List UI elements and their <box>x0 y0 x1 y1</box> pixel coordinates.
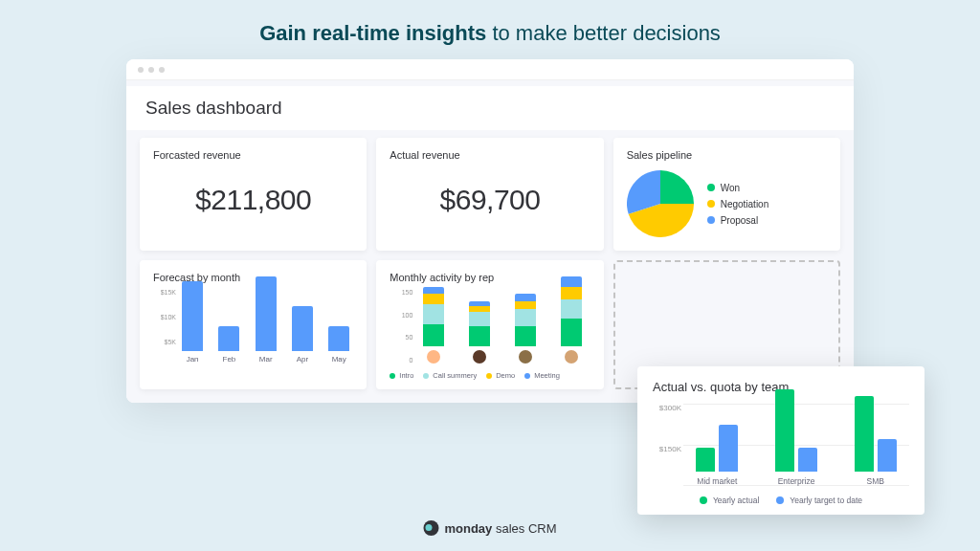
bar <box>775 389 794 472</box>
legend-dot-icon <box>524 373 530 379</box>
bar-column <box>460 301 499 364</box>
legend-item: Meeting <box>524 371 560 380</box>
bar-segment <box>515 294 536 301</box>
legend-dot-icon <box>707 200 715 208</box>
bar-label: SMB <box>866 476 883 486</box>
avatar-icon <box>565 350 578 364</box>
card-actual-vs-quota: Actual vs. quota by team $300K$150K Mid … <box>637 366 924 515</box>
bar-label: Enterprize <box>778 476 815 486</box>
bar-group: Mid market <box>683 389 751 486</box>
forecasted-value: $211,800 <box>153 166 353 226</box>
legend-dot-icon <box>486 373 492 379</box>
legend-item: Intro <box>390 371 413 380</box>
legend-dot-icon <box>700 496 707 504</box>
legend-label: Yearly target to date <box>790 496 862 505</box>
bar <box>328 326 349 351</box>
bar <box>696 448 715 472</box>
brand-footer: monday sales CRM <box>423 520 556 536</box>
bar-label: Mar <box>259 355 273 364</box>
bar <box>256 276 277 351</box>
bar-label: May <box>332 355 346 364</box>
bar-segment <box>515 309 536 326</box>
legend-item: Call summery <box>423 371 477 380</box>
card-sales-pipeline: Sales pipeline WonNegotiationProposal <box>613 138 840 251</box>
legend-dot-icon <box>423 373 429 379</box>
window-dot <box>148 67 154 73</box>
bar-segment <box>561 276 582 286</box>
stacked-bar <box>423 287 444 346</box>
bar-label: Mid market <box>697 476 737 486</box>
card-title: Actual revenue <box>390 149 590 161</box>
bar-column: May <box>324 326 353 364</box>
headline-rest: to make better decisions <box>486 21 721 45</box>
legend-label: Negotiation <box>721 199 769 209</box>
card-title: Sales pipeline <box>627 149 827 161</box>
bar-segment <box>423 294 444 303</box>
bar-segment <box>515 326 536 346</box>
bar <box>878 439 897 472</box>
headline-bold: Gain real-time insights <box>259 21 486 45</box>
bar <box>182 281 203 351</box>
legend-item: Won <box>707 183 769 193</box>
titlebar <box>126 59 854 80</box>
bar <box>719 425 738 472</box>
activity-stacked-chart: 150100500 <box>390 289 590 364</box>
legend-dot-icon <box>707 184 715 191</box>
bar-segment <box>469 326 490 346</box>
bar-label: Feb <box>223 355 236 364</box>
quota-legend: Yearly actualYearly target to date <box>653 496 909 505</box>
legend-label: Won <box>721 183 740 193</box>
card-title: Forcasted revenue <box>153 149 353 161</box>
bar-group: Enterprize <box>763 389 831 486</box>
card-actual-revenue: Actual revenue $69,700 <box>376 138 603 251</box>
actual-value: $69,700 <box>390 166 590 226</box>
bar-segment <box>469 312 490 327</box>
avatar-icon <box>473 350 486 364</box>
pipeline-legend: WonNegotiationProposal <box>707 183 769 226</box>
brand-bold: monday <box>444 521 492 536</box>
legend-item: Demo <box>486 371 515 380</box>
bar-segment <box>561 319 582 346</box>
legend-item: Proposal <box>707 215 769 226</box>
bar-group: SMB <box>841 389 909 486</box>
avatar-icon <box>519 350 532 364</box>
forecast-bar-chart: $15K$10K$5K JanFebMarAprMay <box>153 289 353 364</box>
legend-dot-icon <box>707 216 715 224</box>
legend-item: Yearly target to date <box>776 496 862 505</box>
bar <box>855 396 874 472</box>
app-body: Sales dashboard Forcasted revenue $211,8… <box>126 80 854 403</box>
card-forecast-by-month: Forecast by month $15K$10K$5K JanFebMarA… <box>140 260 367 389</box>
bar-column: Feb <box>214 326 243 364</box>
bar-column <box>506 294 545 364</box>
bar-column <box>552 276 590 364</box>
bar-column: Mar <box>252 276 280 364</box>
bar-segment <box>561 299 582 320</box>
stacked-bar <box>515 294 536 346</box>
avatar-icon <box>427 350 440 364</box>
monday-logo-icon <box>423 520 438 536</box>
bar <box>798 448 817 472</box>
brand-rest: sales CRM <box>492 521 556 536</box>
window-dot <box>138 67 144 73</box>
card-monthly-activity: Monthly activity by rep 150100500 IntroC… <box>376 260 603 389</box>
legend-item: Negotiation <box>707 199 769 209</box>
page-title: Sales dashboard <box>126 86 854 130</box>
legend-label: Yearly actual <box>713 496 759 505</box>
stacked-bar <box>469 301 490 346</box>
legend-dot-icon <box>776 496 784 504</box>
bar-column: Apr <box>288 306 317 364</box>
pie-chart-icon <box>627 170 694 237</box>
legend-label: Proposal <box>721 215 758 226</box>
legend-dot-icon <box>390 373 395 379</box>
headline: Gain real-time insights to make better d… <box>0 0 980 59</box>
legend-label: Meeting <box>534 371 560 380</box>
bar-column <box>414 287 453 364</box>
bar-segment <box>423 287 444 295</box>
bar <box>292 306 313 351</box>
dashboard-grid: Forcasted revenue $211,800 Actual revenu… <box>126 138 854 389</box>
grouped-bar-chart: $300K$150K Mid marketEnterprizeSMB <box>653 404 909 486</box>
card-forecasted-revenue: Forcasted revenue $211,800 <box>140 138 367 251</box>
stacked-bar <box>561 276 582 346</box>
window-dot <box>159 67 165 73</box>
bar-segment <box>423 324 444 346</box>
